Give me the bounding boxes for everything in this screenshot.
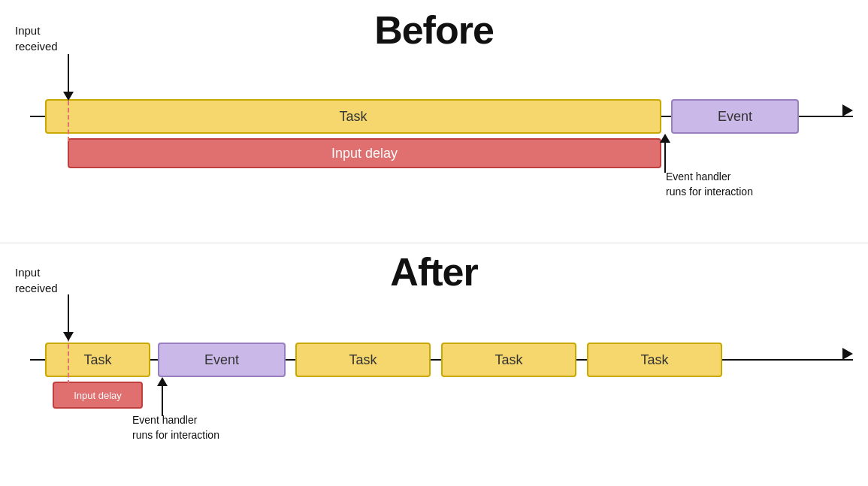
before-input-arrow-shaft [68,54,69,92]
before-task-block: Task [45,99,661,134]
after-event-handler-arrow [157,377,168,416]
before-title: Before [374,8,494,53]
after-task4-block: Task [587,343,722,377]
after-section: After Task Event Task Task Task Input de… [0,243,868,486]
before-event-block: Event [671,99,799,134]
after-event-handler-arrow-head [157,377,168,386]
before-event-handler-arrow-head [660,134,670,143]
before-input-arrow [63,54,74,101]
after-task-block: Task [45,343,150,377]
diagram-container: Before Task Event Input delay Inputrecei… [0,0,868,486]
before-section: Before Task Event Input delay Inputrecei… [0,0,868,243]
after-task2-block: Task [295,343,431,377]
before-input-arrow-head [63,92,74,101]
after-input-arrow-shaft [68,294,69,332]
after-event-handler-arrow-shaft [162,386,163,416]
after-input-received-label: Inputreceived [15,264,58,296]
before-arrow-right [842,104,853,116]
after-task3-block: Task [441,343,576,377]
before-event-handler-arrow-shaft [664,143,666,173]
after-input-arrow-head [63,332,74,341]
before-input-received-label: Inputreceived [15,23,58,54]
after-arrow-right [842,348,853,360]
after-event-block: Event [158,343,286,377]
before-event-handler-arrow [660,134,670,173]
after-event-handler-label: Event handlerruns for interaction [132,413,219,442]
after-input-arrow [63,294,74,341]
after-input-delay-block: Input delay [53,382,143,409]
after-title: After [390,249,477,294]
before-input-delay-block: Input delay [68,138,661,168]
before-event-handler-label: Event handlerruns for interaction [666,170,753,199]
